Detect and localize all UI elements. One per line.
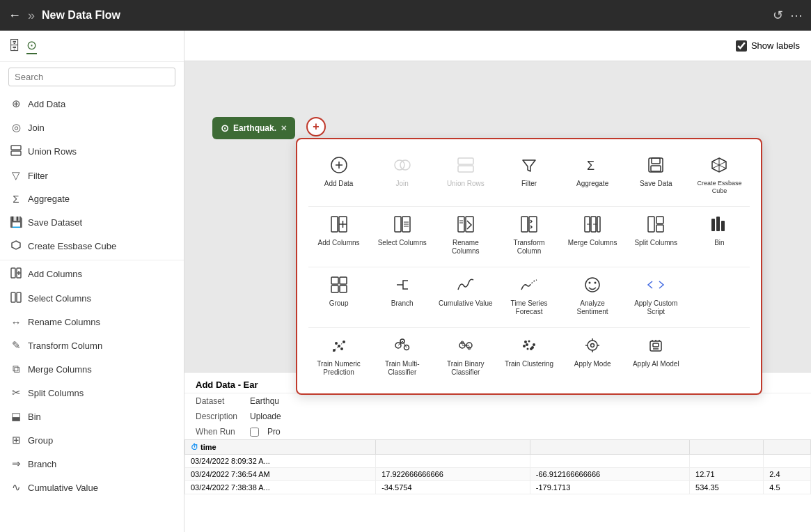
popup-custom-script-label: Apply Custom Script xyxy=(629,299,684,316)
svg-rect-47 xyxy=(340,277,347,284)
svg-point-60 xyxy=(404,345,409,350)
popup-merge-columns-icon xyxy=(583,215,601,236)
popup-essbase[interactable]: Create Essbase Cube xyxy=(689,150,750,201)
popup-filter-label: Filter xyxy=(521,180,537,188)
svg-rect-35 xyxy=(521,217,528,232)
sidebar-item-group[interactable]: ⊞ Group xyxy=(0,428,184,452)
popup-custom-script-icon xyxy=(647,276,665,297)
sidebar-item-filter[interactable]: ▽ Filter xyxy=(0,164,184,187)
sidebar-icon-flow[interactable]: ⊙ xyxy=(26,38,37,54)
sidebar-item-branch[interactable]: ⇒ Branch xyxy=(0,452,184,476)
essbase-icon xyxy=(10,240,22,253)
svg-rect-7 xyxy=(11,292,15,302)
popup-train-binary-classifier[interactable]: Train Binary Classifier xyxy=(435,331,496,382)
svg-rect-3 xyxy=(11,268,15,278)
popup-split-columns[interactable]: Split Columns xyxy=(626,210,686,261)
col-5[interactable] xyxy=(764,440,811,455)
sidebar-item-select-columns[interactable]: Select Columns xyxy=(0,286,184,311)
popup-rename-columns[interactable]: Rename Columns xyxy=(435,210,496,261)
popup-train-multi-classifier[interactable]: Train Multi- Classifier xyxy=(372,331,432,382)
show-labels-checkbox[interactable] xyxy=(736,40,747,52)
union-rows-icon xyxy=(10,145,22,158)
split-columns-icon: ✂ xyxy=(10,386,22,399)
popup-filter[interactable]: Filter xyxy=(498,150,559,201)
popup-apply-mode-icon xyxy=(583,336,601,357)
sidebar-item-save-dataset[interactable]: 💾 Save Dataset xyxy=(0,210,184,234)
back-button[interactable]: ← xyxy=(8,8,21,23)
cumulative-value-icon: ∿ xyxy=(10,481,22,494)
sidebar-item-transform-column[interactable]: ✎ Transform Column xyxy=(0,334,184,357)
node-close-icon[interactable]: ✕ xyxy=(281,124,287,133)
popup-apply-ai-model[interactable]: Apply AI Model xyxy=(626,331,686,382)
search-input[interactable] xyxy=(8,68,175,86)
popup-sentiment-label: Analyze Sentiment xyxy=(565,299,620,316)
popup-select-columns[interactable]: Select Columns xyxy=(372,210,432,261)
table-cell-col2 xyxy=(376,455,530,468)
popup-analyze-sentiment[interactable]: Analyze Sentiment xyxy=(562,270,623,322)
svg-rect-17 xyxy=(651,166,661,171)
popup-clustering-label: Train Clustering xyxy=(505,360,553,368)
popup-numeric-pred-icon xyxy=(330,336,348,357)
sidebar-item-bin[interactable]: ⬓ Bin xyxy=(0,405,184,428)
popup-branch[interactable]: Branch xyxy=(372,270,432,322)
col-2[interactable] xyxy=(376,440,530,455)
sidebar-item-rename-columns[interactable]: ↔ Rename Columns xyxy=(0,311,184,334)
sidebar-item-cumulative-value[interactable]: ∿ Cumulative Value xyxy=(0,476,184,499)
popup-multi-class-icon xyxy=(393,336,411,357)
node-add-button[interactable]: + xyxy=(306,117,326,136)
undo-button[interactable]: ↺ xyxy=(773,8,783,23)
col-4[interactable] xyxy=(690,440,764,455)
popup-time-series-forecast[interactable]: Time Series Forecast xyxy=(498,270,559,322)
sidebar-item-bin-label: Bin xyxy=(28,412,41,422)
popup-cumulative-value[interactable]: Cumulative Value xyxy=(435,270,496,322)
sidebar-item-add-data[interactable]: ⊕ Add Data xyxy=(0,92,184,116)
popup-apply-custom-script[interactable]: Apply Custom Script xyxy=(626,270,686,322)
popup-save-data-icon xyxy=(647,156,665,177)
svg-point-10 xyxy=(395,160,404,170)
svg-rect-40 xyxy=(648,217,654,232)
sidebar-item-union-rows[interactable]: Union Rows xyxy=(0,139,184,164)
sidebar-item-split-columns[interactable]: ✂ Split Columns xyxy=(0,381,184,405)
popup-bin[interactable]: Bin xyxy=(689,210,750,261)
collapse-button[interactable]: » xyxy=(28,8,35,23)
sidebar-item-branch-label: Branch xyxy=(28,459,56,469)
svg-point-51 xyxy=(589,281,591,283)
popup-divider-2 xyxy=(308,267,750,267)
when-run-label: When Run xyxy=(196,427,244,437)
sidebar-item-create-essbase-cube[interactable]: Create Essbase Cube xyxy=(0,234,184,258)
popup-add-columns-icon xyxy=(330,215,348,236)
sidebar-item-aggregate[interactable]: Σ Aggregate xyxy=(0,187,184,210)
when-run-checkbox[interactable] xyxy=(250,428,259,437)
popup-union-rows-icon xyxy=(457,156,475,177)
earthquake-node[interactable]: ⊙ Earthquak. ✕ xyxy=(212,117,295,139)
data-table-container: ⏱ time 03/24/2022 8:09:32 A...03/24/2022… xyxy=(184,439,811,494)
popup-add-data[interactable]: Add Data xyxy=(308,150,369,201)
when-run-text: Pro xyxy=(267,427,281,437)
popup-save-data[interactable]: Save Data xyxy=(626,150,686,201)
col-time[interactable]: ⏱ time xyxy=(185,440,376,455)
popup-group[interactable]: Group xyxy=(308,270,369,322)
popup-add-columns[interactable]: Add Columns xyxy=(308,210,369,261)
filter-icon: ▽ xyxy=(10,169,22,182)
svg-rect-42 xyxy=(656,225,663,232)
more-button[interactable]: ⋯ xyxy=(790,8,803,23)
col-3[interactable] xyxy=(530,440,689,455)
table-row: 03/24/2022 7:36:54 AM17.922666666666-66.… xyxy=(185,468,811,481)
popup-apply-mode[interactable]: Apply Mode xyxy=(562,331,623,382)
popup-merge-columns[interactable]: Merge Columns xyxy=(562,210,623,261)
node-target-icon: ⊙ xyxy=(221,123,229,134)
popup-train-clustering[interactable]: Train Clustering xyxy=(498,331,559,382)
sidebar-icon-database[interactable]: 🗄 xyxy=(8,39,21,54)
sidebar-item-join[interactable]: ◎ Join xyxy=(0,116,184,139)
sidebar-item-merge-columns[interactable]: ⧉ Merge Columns xyxy=(0,357,184,381)
table-cell-col2: 17.922666666666 xyxy=(376,468,530,481)
table-cell-time: 03/24/2022 8:09:32 A... xyxy=(185,455,376,468)
svg-point-67 xyxy=(523,345,526,347)
popup-aggregate[interactable]: Σ Aggregate xyxy=(562,150,623,201)
sidebar-item-add-columns[interactable]: Add Columns xyxy=(0,262,184,286)
popup-transform-column[interactable]: Transform Column xyxy=(498,210,559,261)
popup-ai-model-icon xyxy=(647,336,665,357)
sidebar-item-join-label: Join xyxy=(28,123,45,133)
popup-train-numeric-prediction[interactable]: Train Numeric Prediction xyxy=(308,331,369,382)
table-cell-col5 xyxy=(764,455,811,468)
